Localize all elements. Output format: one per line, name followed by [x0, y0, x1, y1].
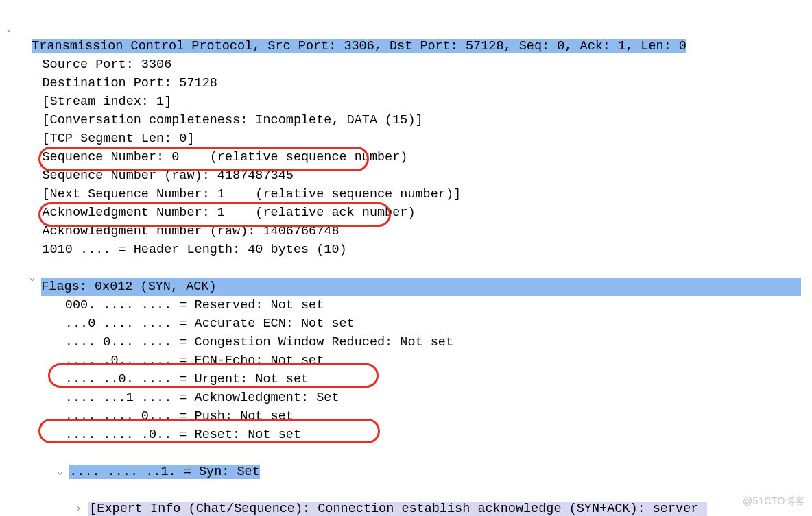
value: ...0 .... .... = Accurate ECN: Not set	[65, 317, 355, 331]
value: Acknowledgment Number: 1 (relative ack n…	[43, 206, 416, 220]
flag-aecn[interactable]: ...0 .... .... = Accurate ECN: Not set	[0, 315, 812, 333]
value: Destination Port: 57128	[43, 76, 217, 90]
value: Sequence Number: 0 (relative sequence nu…	[43, 150, 408, 164]
value: .... .0.. .... = ECN-Echo: Not set	[65, 354, 324, 368]
field-dest-port[interactable]: Destination Port: 57128	[0, 74, 812, 93]
expert-info-text: [Expert Info (Chat/Sequence): Connection…	[88, 502, 707, 516]
value: [Stream index: 1]	[43, 95, 172, 109]
chevron-right-icon[interactable]: ›	[75, 500, 88, 516]
flag-rst[interactable]: .... .... .0.. = Reset: Not set	[0, 426, 812, 444]
flags-header-text: Flags: 0x012 (SYN, ACK)	[41, 278, 801, 296]
value: Acknowledgment number (raw): 1406766748	[43, 224, 339, 238]
field-seq-raw[interactable]: Sequence Number (raw): 4187487345	[0, 167, 812, 185]
chevron-down-icon[interactable]: ⌄	[57, 463, 69, 481]
chevron-down-icon[interactable]: ⌄	[3, 22, 15, 34]
field-segment-len[interactable]: [TCP Segment Len: 0]	[0, 130, 812, 148]
field-seq-relative[interactable]: Sequence Number: 0 (relative sequence nu…	[0, 148, 812, 167]
value: .... .... 0... = Push: Not set	[65, 409, 294, 423]
flag-ack[interactable]: .... ...1 .... = Acknowledgment: Set	[0, 389, 812, 407]
field-header-len[interactable]: 1010 .... = Header Length: 40 bytes (10)	[0, 241, 812, 259]
value: .... ..0. .... = Urgent: Not set	[65, 372, 309, 386]
value: [Next Sequence Number: 1 (relative seque…	[43, 187, 462, 201]
expert-info-row[interactable]: ›[Expert Info (Chat/Sequence): Connectio…	[0, 481, 812, 516]
field-stream-index[interactable]: [Stream index: 1]	[0, 93, 812, 111]
tcp-header-row[interactable]: ⌄ Transmission Control Protocol, Src Por…	[0, 0, 812, 56]
value: 000. .... .... = Reserved: Not set	[65, 298, 324, 312]
field-conv-complete[interactable]: [Conversation completeness: Incomplete, …	[0, 111, 812, 130]
flag-urg[interactable]: .... ..0. .... = Urgent: Not set	[0, 370, 812, 389]
flags-header-row[interactable]: ⌄Flags: 0x012 (SYN, ACK)	[0, 259, 812, 296]
chevron-down-icon[interactable]: ⌄	[26, 271, 38, 284]
value: [TCP Segment Len: 0]	[43, 132, 195, 146]
flag-syn-text: .... .... ..1. = Syn: Set	[69, 465, 260, 479]
value: Sequence Number (raw): 4187487345	[43, 169, 294, 183]
flag-reserved[interactable]: 000. .... .... = Reserved: Not set	[0, 296, 812, 315]
field-ack-raw[interactable]: Acknowledgment number (raw): 1406766748	[0, 222, 812, 241]
field-ack-relative[interactable]: Acknowledgment Number: 1 (relative ack n…	[0, 204, 812, 222]
value: .... ...1 .... = Acknowledgment: Set	[65, 391, 339, 405]
watermark: @51CTO博客	[743, 492, 805, 511]
value: 1010 .... = Header Length: 40 bytes (10)	[43, 243, 347, 257]
value: [Conversation completeness: Incomplete, …	[43, 113, 423, 127]
value: .... 0... .... = Congestion Window Reduc…	[65, 335, 453, 349]
flag-psh[interactable]: .... .... 0... = Push: Not set	[0, 407, 812, 426]
value: .... .... .0.. = Reset: Not set	[65, 428, 301, 442]
flag-syn-row[interactable]: ⌄.... .... ..1. = Syn: Set	[0, 444, 812, 481]
tcp-header-text: Transmission Control Protocol, Src Port:…	[32, 39, 686, 53]
field-source-port[interactable]: Source Port: 3306	[0, 56, 812, 74]
flag-cwr[interactable]: .... 0... .... = Congestion Window Reduc…	[0, 333, 812, 352]
flag-ece[interactable]: .... .0.. .... = ECN-Echo: Not set	[0, 352, 812, 370]
field-seq-next[interactable]: [Next Sequence Number: 1 (relative seque…	[0, 185, 812, 204]
value: Source Port: 3306	[43, 58, 172, 72]
